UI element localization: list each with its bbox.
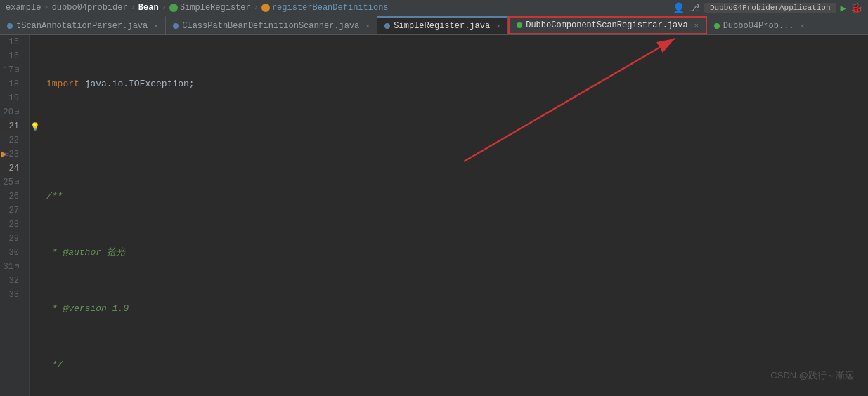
toolbar-right: 👤 ⎇ Dubbo04ProbiderApplication ▶ 🐞	[673, 0, 868, 15]
breadcrumb-bar: example › dubbo04probider › Bean › Simpl…	[0, 0, 868, 15]
code-line-17: /**	[46, 190, 862, 204]
line-num-31: 31 ⊟	[0, 260, 23, 274]
tab-icon-5	[714, 23, 720, 29]
tab-label-2: ClassPathBeanDefinitionScanner.java	[182, 21, 359, 31]
line-num-28: 28	[0, 218, 23, 232]
tab-close-2[interactable]: ✕	[365, 22, 370, 30]
breadcrumb-simpleregister[interactable]: SimpleRegister	[180, 3, 251, 13]
user-icon[interactable]: 👤	[673, 2, 685, 14]
line-num-24: 24	[0, 161, 23, 176]
line-num-17: 17 ⊟	[0, 63, 23, 77]
line-num-30: 30	[0, 246, 23, 260]
tab-close-4[interactable]: ✕	[694, 21, 699, 29]
tab-classpathscanner[interactable]: ClassPathBeanDefinitionScanner.java ✕	[166, 16, 377, 34]
line-num-16: 16	[0, 49, 23, 63]
line-num-26: 26	[0, 190, 23, 204]
code-area: 15 16 17 ⊟ 18 19 20 ⊟ 21 22 ⊟ 23 24 25 ⊟…	[0, 35, 868, 396]
breadcrumb-method[interactable]: registerBeanDefinitions	[272, 3, 389, 13]
code-line-19: * @version 1.0	[46, 302, 862, 316]
tab-label-5: Dubbo04Prob...	[723, 21, 794, 31]
line-num-29: 29	[0, 232, 23, 246]
tab-label-1: tScanAnnotationParser.java	[16, 21, 148, 31]
breadcrumb-sep3: ›	[162, 3, 167, 13]
fold-icon-17[interactable]: ⊟	[15, 63, 19, 77]
tab-dubbo04prob[interactable]: Dubbo04Prob... ✕	[707, 16, 812, 34]
fold-icon-20[interactable]: ⊟	[15, 105, 19, 119]
tab-close-1[interactable]: ✕	[154, 22, 158, 30]
tab-icon-4	[517, 22, 522, 28]
line-num-32: 32	[0, 274, 23, 288]
code-line-18: * @author 拾光	[46, 246, 862, 260]
line-num-22: 22	[0, 133, 23, 147]
fold-icon-31[interactable]: ⊟	[15, 260, 19, 274]
tab-icon-1	[7, 23, 13, 29]
debug-button[interactable]: 🐞	[850, 2, 862, 14]
tab-label-3: SimpleRegister.java	[394, 21, 490, 31]
breadcrumb-icon-method	[261, 4, 270, 12]
line-num-23: ⊟ 23	[0, 147, 23, 161]
line-num-27: 27	[0, 204, 23, 218]
breadcrumb-sep1: ›	[44, 3, 48, 13]
line-num-15: 15	[0, 35, 23, 49]
line-num-19: 19	[0, 91, 23, 105]
tabs-bar: tScanAnnotationParser.java ✕ ClassPathBe…	[0, 15, 868, 35]
vcs-icon[interactable]: ⎇	[689, 2, 700, 14]
run-config[interactable]: Dubbo04ProbiderApplication	[704, 3, 836, 13]
tab-close-5[interactable]: ✕	[801, 22, 805, 30]
tab-dubbocomponentscan[interactable]: DubboComponentScanRegistrar.java ✕	[508, 16, 706, 34]
quickfix-icon-21[interactable]: 💡	[30, 119, 41, 133]
tab-close-3[interactable]: ✕	[496, 22, 500, 30]
tab-icon-2	[173, 23, 179, 29]
breadcrumb-icon-class	[169, 4, 178, 12]
code-content[interactable]: import java.io.IOException; /** * @autho…	[41, 35, 868, 396]
fold-icon-25[interactable]: ⊟	[15, 176, 19, 190]
breadcrumb-bean[interactable]: Bean	[138, 3, 159, 13]
code-line-20: */	[46, 358, 862, 372]
code-line-15: import java.io.IOException;	[46, 77, 862, 91]
code-line-16	[46, 133, 862, 147]
breadcrumb-example[interactable]: example	[6, 3, 41, 13]
gutter: 💡	[30, 35, 41, 396]
tab-icon-3	[384, 23, 390, 29]
line-num-21: 21	[0, 119, 23, 133]
line-numbers: 15 16 17 ⊟ 18 19 20 ⊟ 21 22 ⊟ 23 24 25 ⊟…	[0, 35, 30, 396]
line-num-20: 20 ⊟	[0, 105, 23, 119]
tab-label-4: DubboComponentScanRegistrar.java	[526, 20, 687, 30]
line-num-25: 25 ⊟	[0, 176, 23, 190]
line-num-18: 18	[0, 77, 23, 91]
run-button[interactable]: ▶	[841, 2, 846, 14]
breadcrumb-dubbo[interactable]: dubbo04probider	[52, 3, 128, 13]
tab-scan-annotation-parser[interactable]: tScanAnnotationParser.java ✕	[0, 16, 166, 34]
tab-simpleregister[interactable]: SimpleRegister.java ✕	[377, 16, 508, 34]
breadcrumb-sep4: ›	[254, 3, 259, 13]
breadcrumb-sep2: ›	[131, 3, 136, 13]
breakpoint-23	[1, 151, 6, 158]
line-num-33: 33	[0, 288, 23, 302]
watermark: CSDN @践行～渐远	[770, 369, 854, 382]
